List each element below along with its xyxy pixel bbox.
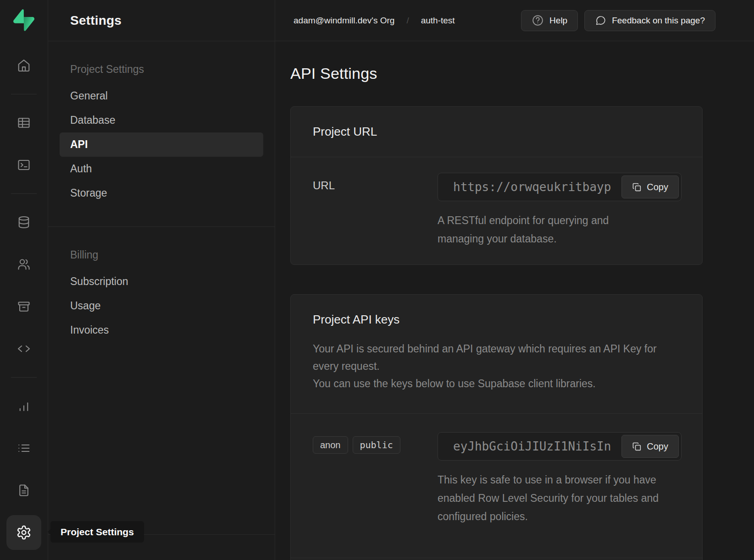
copy-url-label: Copy [647, 182, 668, 192]
rail-nav [6, 52, 41, 550]
card-overflow-space [291, 558, 702, 560]
feedback-button[interactable]: Feedback on this page? [584, 10, 715, 31]
table-editor-icon[interactable] [10, 109, 38, 137]
anon-badge: anon [313, 436, 348, 454]
settings-nav-item-invoices[interactable]: Invoices [48, 318, 275, 342]
settings-nav-item-usage[interactable]: Usage [48, 294, 275, 318]
settings-panel-header: Settings [48, 0, 275, 41]
breadcrumb-project[interactable]: auth-test [421, 16, 455, 26]
api-keys-description-2: You can use the keys below to use Supaba… [313, 375, 680, 392]
project-url-value: https://orwqeukritbayp [453, 180, 611, 194]
auth-users-icon[interactable] [10, 251, 38, 278]
settings-nav-item-general[interactable]: General [48, 84, 275, 108]
url-label: URL [313, 173, 438, 248]
breadcrumb-org[interactable]: adam@windmill.dev's Org [294, 16, 394, 26]
copy-anon-key-button[interactable]: Copy [621, 435, 679, 458]
edge-functions-icon[interactable] [10, 335, 38, 362]
speech-bubble-icon [595, 15, 606, 26]
main-area: adam@windmill.dev's Org / auth-test Help… [275, 0, 754, 560]
settings-nav-item-api[interactable]: API [60, 132, 263, 157]
rail-divider [11, 94, 37, 94]
help-circle-icon [532, 14, 544, 27]
settings-nav-item-auth[interactable]: Auth [48, 157, 275, 181]
nav-section-project-settings: Project Settings [48, 63, 275, 76]
api-keys-card-header: Project API keys Your API is secured beh… [291, 295, 702, 414]
api-keys-card-title: Project API keys [313, 311, 680, 328]
project-url-input[interactable]: https://orwqeukritbayp Copy [438, 173, 682, 201]
anon-key-description: This key is safe to use in a browser if … [438, 471, 669, 526]
anon-key-input[interactable]: eyJhbGciOiJIUzI1NiIsIn Copy [438, 432, 682, 461]
anon-key-row: anon public eyJhbGciOiJIUzI1NiIsIn Copy [291, 414, 702, 558]
database-icon[interactable] [10, 209, 38, 236]
help-button-label: Help [549, 16, 567, 26]
storage-icon[interactable] [10, 293, 38, 320]
public-badge: public [353, 436, 400, 454]
settings-panel-title: Settings [70, 13, 122, 28]
project-url-card-header: Project URL [291, 107, 702, 157]
docs-icon[interactable] [10, 477, 38, 504]
project-url-card: Project URL URL https://orwqeukritbayp C… [290, 106, 703, 265]
settings-gear-icon[interactable] [6, 515, 41, 550]
project-api-keys-card: Project API keys Your API is secured beh… [290, 294, 703, 560]
copy-icon [632, 182, 642, 192]
settings-nav-panel: Settings Project Settings General Databa… [48, 0, 275, 560]
nav-section-divider [48, 226, 275, 227]
reports-icon[interactable] [10, 392, 38, 420]
url-description: A RESTful endpoint for querying and mana… [438, 211, 653, 248]
anon-key-badges: anon public [313, 432, 438, 454]
project-url-card-body: URL https://orwqeukritbayp Copy A RESTfu… [291, 157, 702, 264]
project-url-card-title: Project URL [313, 123, 680, 140]
settings-nav-item-storage[interactable]: Storage [48, 181, 275, 205]
anon-key-value: eyJhbGciOiJIUzI1NiIsIn [453, 439, 611, 453]
api-keys-description-1: Your API is secured behind an API gatewa… [313, 340, 680, 375]
app-icon-rail [0, 0, 48, 560]
breadcrumb-separator: / [406, 16, 409, 26]
settings-nav-item-database[interactable]: Database [48, 108, 275, 132]
rail-divider [11, 377, 37, 378]
logs-icon[interactable] [10, 434, 38, 462]
settings-nav-item-subscription[interactable]: Subscription [48, 269, 275, 294]
rail-divider [11, 193, 37, 194]
topbar: adam@windmill.dev's Org / auth-test Help… [275, 0, 754, 41]
page-title: API Settings [290, 65, 754, 82]
supabase-logo[interactable] [13, 9, 35, 31]
copy-url-button[interactable]: Copy [621, 176, 679, 198]
sql-editor-icon[interactable] [10, 151, 38, 179]
copy-anon-key-label: Copy [647, 441, 668, 452]
help-button[interactable]: Help [521, 10, 578, 31]
project-settings-tooltip: Project Settings [50, 521, 144, 543]
feedback-button-label: Feedback on this page? [612, 16, 705, 26]
topbar-buttons: Help Feedback on this page? [521, 10, 715, 31]
api-settings-content: API Settings Project URL URL https://orw… [275, 41, 754, 560]
nav-section-billing: Billing [48, 249, 275, 261]
home-icon[interactable] [10, 52, 38, 79]
copy-icon [632, 442, 642, 451]
